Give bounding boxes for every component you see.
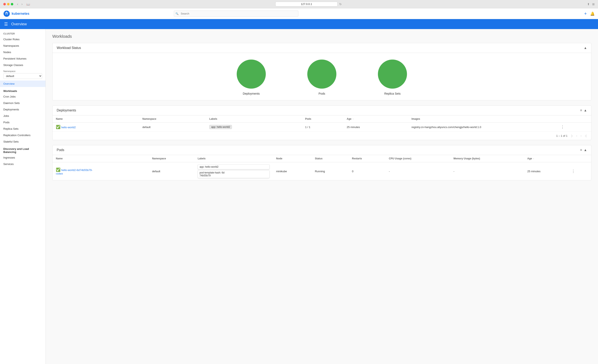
deployments-circle: Deployments bbox=[237, 60, 266, 95]
refresh-button[interactable]: ↻ bbox=[339, 2, 342, 6]
hamburger-menu[interactable]: ☰ bbox=[4, 22, 8, 27]
discovery-section-header: Discovery and Load Balancing bbox=[0, 145, 45, 154]
col-images: Images bbox=[408, 115, 557, 123]
pods-collapse-button[interactable]: ▲ bbox=[584, 148, 587, 152]
sidebar-item-replica-sets[interactable]: Replica Sets bbox=[0, 126, 45, 132]
sidebar-item-daemon-sets[interactable]: Daemon Sets bbox=[0, 100, 45, 106]
deployment-name-link[interactable]: hello-world2 bbox=[61, 126, 76, 129]
back-button[interactable]: ‹ bbox=[16, 2, 19, 7]
pagination-info: 1 – 1 of 1 bbox=[556, 134, 567, 138]
notifications-button[interactable]: 🔔 bbox=[590, 11, 595, 16]
pod-age-sort-icon: ↑ bbox=[533, 158, 534, 160]
pods-filter-button[interactable]: ≡ bbox=[580, 148, 582, 152]
pod-col-namespace: Namespace bbox=[149, 155, 194, 162]
deployments-table-body: ✅ hello-world2 default app: hello-world2… bbox=[52, 123, 591, 132]
sidebar-item-namespaces[interactable]: Namespaces bbox=[0, 42, 45, 49]
deployment-namespace-cell: default bbox=[139, 123, 206, 132]
sidebar-item-jobs[interactable]: Jobs bbox=[0, 113, 45, 119]
mac-nav-buttons: ‹ › bbox=[16, 2, 24, 7]
kubernetes-logo-icon bbox=[3, 10, 10, 17]
deployments-actions: ≡ ▲ bbox=[580, 109, 587, 112]
search-input[interactable] bbox=[174, 11, 298, 16]
deployments-card: Deployments ≡ ▲ Name Namespace Labels bbox=[52, 105, 591, 140]
sidebar-item-storage-classes[interactable]: Storage Classes bbox=[0, 62, 45, 68]
workloads-section-header: Workloads bbox=[0, 87, 45, 93]
sidebar-item-persistent-volumes[interactable]: Persistent Volumes bbox=[0, 55, 45, 62]
col-age: Age ↑ bbox=[343, 115, 408, 123]
forward-button[interactable]: › bbox=[20, 2, 24, 7]
replica-sets-donut bbox=[378, 60, 407, 89]
replica-sets-circle: Replica Sets bbox=[378, 60, 407, 95]
pods-title: Pods bbox=[57, 148, 64, 152]
maximize-button[interactable] bbox=[11, 3, 13, 5]
workload-status-content: Deployments Pods Replica Sets bbox=[52, 53, 591, 100]
pods-header-row: Name Namespace Labels Node Status Restar… bbox=[52, 155, 591, 162]
namespace-label: Namespace bbox=[3, 70, 42, 73]
sidebar-item-services[interactable]: Services bbox=[0, 161, 45, 167]
pods-header: Pods ≡ ▲ bbox=[52, 145, 591, 155]
pod-col-cpu: CPU Usage (cores) bbox=[386, 155, 450, 162]
pod-menu-button[interactable]: ⋮ bbox=[571, 169, 575, 173]
mac-window-buttons bbox=[3, 3, 13, 5]
deployments-filter-button[interactable]: ≡ bbox=[580, 109, 582, 112]
age-sort-icon: ↑ bbox=[353, 118, 354, 120]
address-bar: 127.0.0.1 ↻ bbox=[32, 2, 585, 7]
pod-col-name: Name bbox=[52, 155, 149, 162]
minimize-button[interactable] bbox=[7, 3, 9, 5]
deployment-age-cell: 25 minutes bbox=[343, 123, 408, 132]
workload-status-card: Workload Status ▲ Deployments Pods Repli… bbox=[52, 43, 591, 100]
pagination-prev[interactable]: ‹ bbox=[575, 133, 579, 138]
deployment-pods-cell: 1 / 1 bbox=[302, 123, 343, 132]
namespace-selector-wrapper: Namespace default kube-system kube-publi… bbox=[0, 68, 45, 81]
pagination-last[interactable]: ›| bbox=[584, 133, 588, 138]
pod-label-2: pod-template-hash: 6d74b55b79 bbox=[198, 170, 270, 178]
pods-table-head: Name Namespace Labels Node Status Restar… bbox=[52, 155, 591, 162]
pod-cpu-cell: - bbox=[386, 162, 450, 180]
deployment-menu-button[interactable]: ⋮ bbox=[561, 125, 564, 129]
pod-name-link[interactable]: hello-world2-6d74b55b79-rzdwx bbox=[56, 169, 93, 175]
deployment-image-cell: registry.cn-hangzhou.aliyuncs.com/chengj… bbox=[408, 123, 557, 132]
address-input[interactable]: 127.0.0.1 bbox=[275, 2, 338, 7]
pods-card: Pods ≡ ▲ Name Namespace Labels No bbox=[52, 145, 591, 180]
pagination-next[interactable]: › bbox=[579, 133, 583, 138]
search-wrapper bbox=[174, 11, 298, 16]
status-ok-icon: ✅ bbox=[56, 125, 60, 129]
pod-col-status: Status bbox=[311, 155, 349, 162]
sidebar-item-pods[interactable]: Pods bbox=[0, 119, 45, 126]
pod-col-restarts: Restarts bbox=[349, 155, 386, 162]
sidebar-item-deployments[interactable]: Deployments bbox=[0, 106, 45, 113]
pagination-first[interactable]: |‹ bbox=[570, 133, 574, 138]
sidebar-item-nodes[interactable]: Nodes bbox=[0, 49, 45, 55]
nav-bar: ☰ Overview bbox=[0, 19, 598, 29]
sidebar-item-replication-controllers[interactable]: Replication Controllers bbox=[0, 132, 45, 138]
main-content: Workloads Workload Status ▲ Deployments … bbox=[46, 29, 598, 190]
pod-col-memory: Memory Usage (bytes) bbox=[450, 155, 524, 162]
pod-restarts-cell: 0 bbox=[349, 162, 386, 180]
sidebar-item-cron-jobs[interactable]: Cron Jobs bbox=[0, 93, 45, 100]
deployments-title: Deployments bbox=[57, 109, 76, 112]
close-button[interactable] bbox=[3, 3, 6, 5]
pod-label-1: app: hello-world2 bbox=[198, 164, 270, 169]
app-layout: Cluster Cluster Roles Namespaces Nodes P… bbox=[0, 29, 598, 364]
sidebar-item-stateful-sets[interactable]: Stateful Sets bbox=[0, 138, 45, 145]
workload-status-title: Workload Status bbox=[57, 46, 81, 50]
deployments-collapse-button[interactable]: ▲ bbox=[584, 109, 587, 112]
pod-memory-cell: - bbox=[450, 162, 524, 180]
workload-status-collapse[interactable]: ▲ bbox=[584, 46, 587, 50]
sidebar-item-cluster-roles[interactable]: Cluster Roles bbox=[0, 36, 45, 42]
add-button[interactable]: + bbox=[584, 11, 587, 16]
pod-col-node: Node bbox=[273, 155, 312, 162]
app-name: kubernetes bbox=[12, 12, 29, 16]
deployment-labels-cell: app: hello-world2 bbox=[206, 123, 302, 132]
pods-actions: ≡ ▲ bbox=[580, 148, 587, 152]
sidebar-item-overview[interactable]: Overview bbox=[0, 81, 45, 87]
share-button[interactable]: ⬆ bbox=[587, 2, 590, 6]
reader-button[interactable]: 📖 bbox=[26, 2, 30, 6]
deployment-name-cell: ✅ hello-world2 bbox=[52, 123, 139, 132]
sidebar-item-ingresses[interactable]: Ingresses bbox=[0, 154, 45, 161]
pods-table-wrapper: Name Namespace Labels Node Status Restar… bbox=[52, 155, 591, 180]
col-pods: Pods bbox=[302, 115, 343, 123]
new-tab-button[interactable]: ⊞ bbox=[592, 2, 595, 6]
workload-status-header: Workload Status ▲ bbox=[52, 43, 591, 53]
namespace-select[interactable]: default kube-system kube-public bbox=[3, 73, 42, 79]
